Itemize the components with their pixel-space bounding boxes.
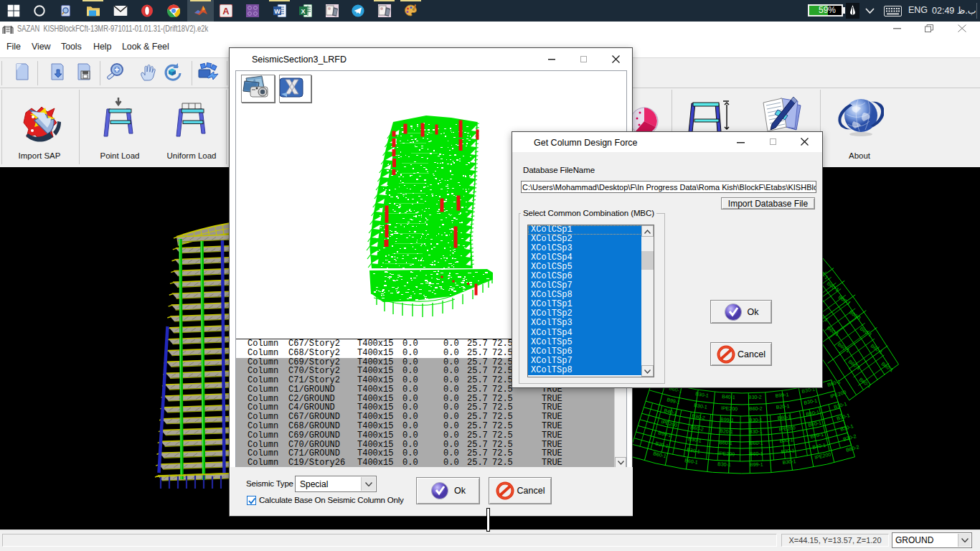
svg-text:B99-1: B99-1 [658,430,672,438]
svg-text:B60-1: B60-1 [858,377,872,389]
svg-text:B30-1: B30-1 [779,437,793,443]
svg-text:IPE200: IPE200 [829,390,847,399]
svg-text:IPE200: IPE200 [718,451,735,457]
svg-text:B30-1: B30-1 [694,402,708,410]
svg-text:B99-1: B99-1 [720,417,734,423]
svg-text:B60-1: B60-1 [653,451,667,458]
svg-text:B30-1: B30-1 [804,398,818,405]
svg-text:B20-1: B20-1 [776,403,789,410]
svg-text:B60-1: B60-1 [750,441,763,446]
svg-text:B20-1: B20-1 [655,441,669,448]
svg-text:IPE200: IPE200 [661,419,678,428]
svg-text:B30-1: B30-1 [781,448,794,454]
svg-text:B60-1: B60-1 [684,458,699,465]
svg-text:B99-1: B99-1 [775,392,788,398]
svg-text:X: X [301,8,305,15]
svg-text:B60-1: B60-1 [826,281,839,293]
svg-text:IPE200: IPE200 [778,425,796,432]
svg-text:B60-1: B60-1 [826,379,841,387]
svg-text:B30-1: B30-1 [717,461,731,467]
svg-text:A: A [222,6,230,17]
svg-text:B40-1: B40-1 [722,394,735,400]
svg-text:B99-1: B99-1 [750,462,763,467]
svg-text:B60-2: B60-2 [749,406,763,411]
svg-text:B60-2: B60-2 [845,444,859,453]
svg-text:B20-1: B20-1 [720,428,733,434]
svg-text:B60-1: B60-1 [806,410,820,417]
svg-text:B60-1: B60-1 [870,343,883,355]
svg-text:B30-1: B30-1 [749,429,763,434]
svg-text:B30-2: B30-2 [748,395,762,400]
svg-text:B60-1: B60-1 [808,420,822,428]
svg-text:B99-1: B99-1 [810,432,824,439]
svg-text:B60-1: B60-1 [750,451,763,456]
svg-text:IPE200: IPE200 [814,452,831,460]
svg-text:IPE200: IPE200 [721,405,738,412]
svg-text:B30-1: B30-1 [749,418,763,423]
svg-text:B60-1: B60-1 [719,440,732,446]
svg-text:B40-1: B40-1 [812,443,826,450]
svg-text:B30-1: B30-1 [782,458,796,465]
svg-text:W: W [274,8,281,15]
